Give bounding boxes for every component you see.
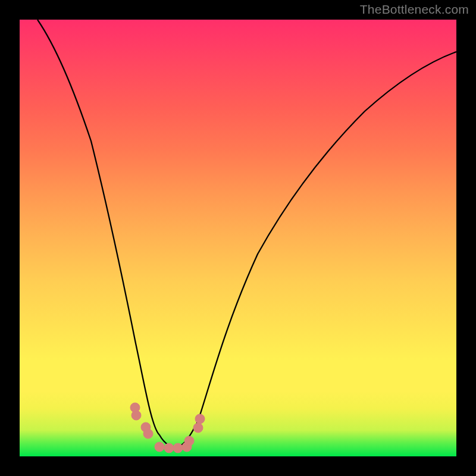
marker-dot (155, 442, 164, 452)
chart-frame: TheBottleneck.com (0, 0, 476, 476)
marker-dot (195, 414, 205, 424)
bottleneck-curve-svg (20, 20, 456, 456)
marker-dot (173, 443, 183, 453)
plot-area (20, 20, 456, 456)
watermark-text: TheBottleneck.com (360, 2, 469, 17)
marker-dot (143, 429, 153, 439)
marker-dot (164, 443, 174, 453)
marker-dot (193, 423, 203, 433)
marker-dot (131, 411, 141, 420)
bottleneck-curve (37, 20, 456, 447)
marker-group (130, 403, 205, 453)
marker-dot (184, 436, 194, 446)
